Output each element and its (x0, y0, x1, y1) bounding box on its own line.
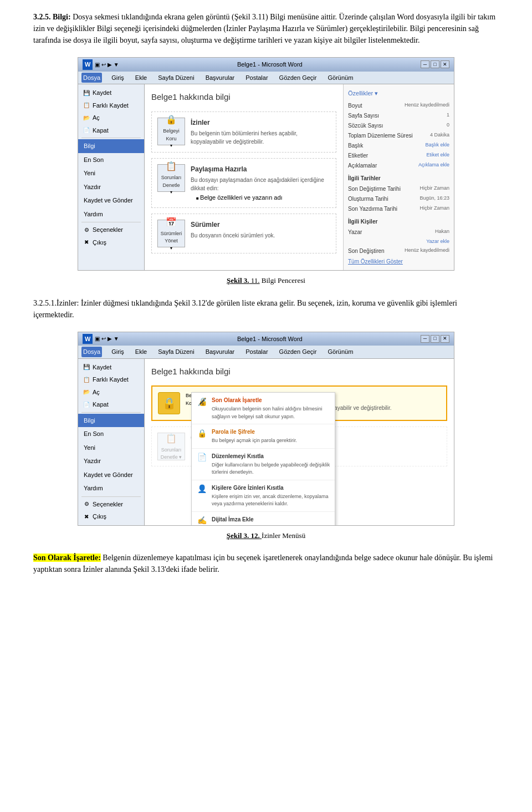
save-icon-1: 💾 (83, 89, 90, 97)
secenekler-label-2: Seçenekler (93, 500, 123, 509)
belgeyi-koru-icon-1[interactable]: 🔒 BelgeyiKoru ▾ (157, 118, 185, 145)
izinler-dropdown-menu[interactable]: 🔏 Son Olarak İşaretle Okuyucuların belge… (191, 392, 335, 525)
titlebar-buttons: ─ □ ✕ (421, 60, 449, 68)
sorunlari-denetle-icon-2[interactable]: 📋 SorunlarıDenetle ▾ (157, 433, 185, 460)
subsection1: 3.2.5.1.İzinler: İzinler düğmesi tıkland… (33, 297, 499, 321)
prop-yazar-ekle-value[interactable]: Yazar ekle (426, 238, 449, 246)
sidebar-yardim-1[interactable]: Yardım (78, 207, 144, 221)
sidebar-secenekler-2[interactable]: ⚙ Seçenekler (78, 498, 144, 511)
kisiler-text: Kişilere erişim izin ver, ancak düzenlem… (212, 493, 330, 508)
menu-item-dijital[interactable]: ✍ Dijital İmza Ekle Görünmeyen dijital i… (192, 512, 335, 525)
prop-boyut-value: Henüz kaydedilmedi (405, 101, 449, 110)
properties-title-1[interactable]: Özellikler ▾ (348, 89, 449, 98)
sorunlari-denetle-icon-1[interactable]: 📋 SorunlarıDenetle ▾ (157, 164, 185, 192)
ilgili-kisiler-header: İlgili Kişiler (348, 217, 449, 226)
sidebar-kapat-2[interactable]: 📄 Kapat (78, 398, 144, 411)
sidebar-bilgi-1[interactable]: Bilgi (78, 139, 144, 153)
menu-item-parola[interactable]: 🔒 Parola ile Şifrele Bu belgeyi açmak iç… (192, 424, 335, 449)
word-sidebar-1: 💾 Kaydet 📋 Farklı Kaydet 📂 Aç 📄 Kapat Bi… (78, 84, 145, 270)
tab-postalar-2[interactable]: Postalar (244, 347, 269, 357)
sidebar-kapat-1[interactable]: 📄 Kapat (78, 124, 144, 137)
sidebar-farkli-kaydet-2[interactable]: 📋 Farklı Kaydet (78, 373, 144, 386)
sidebar-yardim-2[interactable]: Yardım (78, 481, 144, 495)
tab-sayfa-duzeni-2[interactable]: Sayfa Düzeni (156, 347, 196, 357)
parola-icon: 🔒 (196, 428, 207, 439)
izinler-section-1: 🔒 BelgeyiKoru ▾ İzinler Bu belgenin tüm … (151, 111, 336, 153)
tab-basvurular-1[interactable]: Başvurular (204, 73, 237, 83)
tab-gorunum-2[interactable]: Görünüm (326, 347, 355, 357)
sidebar-cikis-2[interactable]: ✖ Çıkış (78, 510, 144, 523)
sidebar-kaydet-gonder-1[interactable]: Kaydet ve Gönder (78, 194, 144, 207)
sidebar-kaydet-2[interactable]: 💾 Kaydet (78, 361, 144, 374)
parola-title: Parola ile Şifrele (212, 428, 297, 436)
sidebar-cikis-1[interactable]: ✖ Çıkış (78, 236, 144, 249)
surumler-content-1: Sürümler Bu dosyanın önceki sürümleri yo… (191, 220, 275, 240)
menu-item-kisiler[interactable]: 👤 Kişilere Göre İzinleri Kısıtla Kişiler… (192, 480, 335, 512)
prop-olusturma-1: Oluşturma Tarihi Bugün, 16:23 (348, 195, 449, 203)
dijital-title: Dijital İmza Ekle (212, 515, 330, 524)
sorunlari-denetle-label-2: SorunlarıDenetle ▾ (161, 446, 182, 461)
lock-icon-1: 🔒 (166, 113, 177, 126)
menu-item-duzenleme[interactable]: 📄 Düzenlemeyi Kısıtla Diğer kullanıcılar… (192, 449, 335, 480)
sidebar-yazdir-1[interactable]: Yazdır (78, 180, 144, 194)
sidebar-secenekler-1[interactable]: ⚙ Seçenekler (78, 224, 144, 236)
sidebar-ac-1[interactable]: 📂 Aç (78, 111, 144, 124)
prop-duzenleme-1: Toplam Düzenleme Süresi 4 Dakika (348, 131, 449, 140)
tab-dosya-2[interactable]: Dosya (81, 347, 102, 357)
word-title: Belge1 - Microsoft Word (237, 60, 303, 69)
tab-dosya-1[interactable]: Dosya (81, 73, 102, 83)
tab-gozden-gecir-1[interactable]: Gözden Geçir (278, 73, 319, 83)
close-btn[interactable]: ✕ (441, 60, 449, 68)
prop-baslik-value[interactable]: Başlık ekle (425, 141, 449, 150)
word-main-1: Belge1 hakkında bilgi 🔒 BelgeyiKoru ▾ İz… (145, 84, 343, 270)
cikis-label-2: Çıkış (93, 512, 106, 521)
prop-son-yazdir-1: Son Yazdırma Tarihi Hiçbir Zaman (348, 205, 449, 213)
kapat-label-2: Kapat (93, 400, 109, 409)
maximize-btn-2[interactable]: □ (431, 335, 439, 343)
tab-postalar-1[interactable]: Postalar (244, 73, 269, 83)
figure2-container: W ▣ ↩ ▶ ▼ Belge1 - Microsoft Word ─ □ ✕ … (33, 332, 499, 541)
prop-son-degistiren-label: Son Değiştiren (348, 247, 385, 255)
duzenleme-text: Diğer kullanıcıların bu belgede yapabile… (212, 461, 330, 476)
sidebar-yeni-1[interactable]: Yeni (78, 166, 144, 180)
izinler-title-1: İzinler (191, 118, 330, 128)
belgeyi-koru-icon-2[interactable]: 🔒 (158, 392, 180, 414)
close-btn-2[interactable]: ✕ (441, 335, 449, 343)
tab-basvurular-2[interactable]: Başvurular (204, 347, 237, 357)
menu-item-son-olarak[interactable]: 🔏 Son Olarak İşaretle Okuyucuların belge… (192, 393, 335, 424)
ilgili-tarihler-header: İlgili Tarihler (348, 174, 449, 182)
sidebar-en-son-1[interactable]: En Son (78, 153, 144, 167)
tum-ozellikler-link[interactable]: Tüm Özellikleri Göster (348, 257, 449, 266)
minimize-btn-2[interactable]: ─ (421, 335, 429, 343)
sidebar-kaydet-gonder-2[interactable]: Kaydet ve Gönder (78, 468, 144, 482)
tab-sayfa-duzeni-1[interactable]: Sayfa Düzeni (156, 73, 196, 83)
tab-gozden-gecir-2[interactable]: Gözden Geçir (278, 347, 319, 357)
surumleri-yonet-icon-1[interactable]: 📅 SürümleriYönet ▾ (157, 220, 185, 247)
sidebar-en-son-2[interactable]: En Son (78, 427, 144, 441)
prop-etiketler-value[interactable]: Etiket ekle (426, 151, 449, 160)
bilgi-label: Bilgi: (53, 13, 71, 21)
sorunlari-denetle-label-1: SorunlarıDenetle (161, 174, 182, 189)
main-title-1: Belge1 hakkında bilgi (151, 91, 336, 104)
tab-gorunum-1[interactable]: Görünüm (326, 73, 355, 83)
prop-baslik-1: Başlık Başlık ekle (348, 141, 449, 150)
settings-icon-2: ⚙ (83, 500, 90, 508)
sidebar-yeni-2[interactable]: Yeni (78, 441, 144, 455)
sidebar-yazdir-2[interactable]: Yazdır (78, 454, 144, 468)
sidebar-farkli-kaydet-1[interactable]: 📋 Farklı Kaydet (78, 99, 144, 112)
conclusion-body: Belgenin düzenlemeye kapatılması için bu… (33, 554, 493, 574)
izinler-text-1: Bu belgenin tüm bölümlerini herkes açabi… (191, 129, 330, 146)
titlebar-buttons-2: ─ □ ✕ (421, 335, 449, 343)
kaydet-label-1: Kaydet (93, 88, 111, 98)
sidebar-kaydet-1[interactable]: 💾 Kaydet (78, 87, 144, 99)
tab-giris-1[interactable]: Giriş (110, 73, 126, 83)
tab-ekle-1[interactable]: Ekle (134, 73, 149, 83)
tab-giris-2[interactable]: Giriş (110, 347, 126, 357)
prop-aciklamalar-value[interactable]: Açıklama ekle (418, 161, 449, 170)
sidebar-bilgi-2[interactable]: Bilgi (78, 414, 144, 428)
maximize-btn[interactable]: □ (431, 60, 439, 68)
surumler-text-1: Bu dosyanın önceki sürümleri yok. (191, 231, 275, 240)
tab-ekle-2[interactable]: Ekle (134, 347, 149, 357)
minimize-btn[interactable]: ─ (421, 60, 429, 68)
sidebar-ac-2[interactable]: 📂 Aç (78, 386, 144, 399)
